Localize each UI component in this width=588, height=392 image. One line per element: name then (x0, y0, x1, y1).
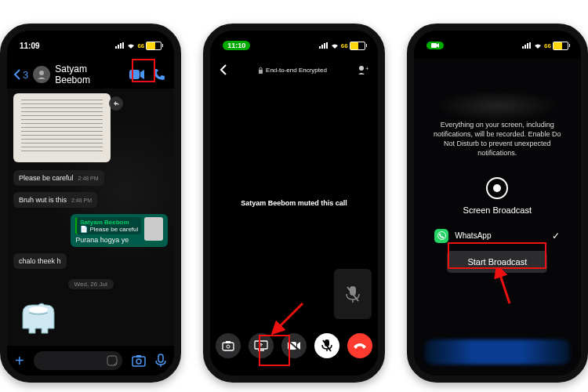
sticker-icon[interactable] (107, 355, 118, 366)
dynamic-island (474, 38, 521, 53)
plus-icon[interactable]: + (15, 352, 24, 370)
status-pill (426, 42, 444, 49)
screen-share-button[interactable] (249, 333, 274, 358)
svg-point-4 (39, 71, 44, 75)
phone-video-call: 11:10 66 End-to-end Encrypted + Satyam B… (203, 24, 384, 383)
svg-rect-9 (132, 357, 145, 366)
start-broadcast-button[interactable]: Start Broadcast (447, 251, 547, 273)
svg-rect-15 (324, 43, 325, 49)
status-time: 11:09 (20, 42, 40, 50)
add-person-icon[interactable]: + (358, 65, 368, 74)
svg-text:+: + (365, 65, 368, 72)
status-right: 66 (522, 42, 568, 50)
message-in[interactable]: chalo theek h (13, 253, 67, 269)
phone-broadcast: 66 Everything on your screen, including … (407, 24, 588, 383)
message-in[interactable]: Bruh wut is this2:48 PM (13, 192, 97, 208)
broadcast-notice: Everything on your screen, including not… (428, 120, 567, 158)
svg-rect-24 (226, 341, 230, 343)
back-count: 3 (23, 69, 28, 81)
self-view[interactable] (334, 269, 372, 319)
status-right: 66 (319, 42, 365, 50)
svg-rect-12 (158, 354, 163, 362)
bottom-glow (425, 339, 570, 365)
svg-point-7 (29, 307, 48, 313)
svg-rect-3 (122, 42, 124, 49)
date-separator: Wed, 26 Jul (7, 280, 174, 288)
chat-area[interactable]: Please be careful2:48 PM Bruh wut is thi… (7, 89, 174, 346)
svg-rect-16 (326, 42, 328, 49)
message-input[interactable] (34, 351, 123, 370)
battery-label: 66 (137, 42, 144, 49)
video-call-icon[interactable] (129, 66, 146, 83)
forward-icon[interactable] (109, 96, 123, 111)
check-icon: ✓ (552, 230, 560, 241)
video-off-button[interactable] (281, 333, 307, 358)
svg-rect-14 (321, 45, 323, 49)
message-in[interactable]: Please be careful2:48 PM (13, 170, 104, 186)
chat-input-bar: + (7, 346, 174, 376)
svg-point-37 (437, 232, 445, 240)
thumbnail (144, 217, 163, 241)
mute-button[interactable] (314, 333, 339, 358)
muted-label: Satyam Beebom muted this call (241, 199, 347, 207)
dynamic-island (67, 38, 114, 53)
contact-name[interactable]: Satyam Beebom (55, 64, 124, 85)
call-controls (210, 327, 377, 365)
whatsapp-icon (434, 229, 448, 243)
svg-rect-32 (431, 43, 437, 48)
svg-rect-36 (529, 42, 531, 49)
mic-muted-icon (345, 285, 361, 303)
svg-rect-11 (136, 355, 141, 358)
svg-rect-35 (527, 43, 528, 49)
voice-call-icon[interactable] (151, 66, 168, 83)
status-right: 66 (115, 42, 162, 50)
svg-rect-5 (129, 70, 140, 79)
back-button[interactable]: 3 (13, 69, 28, 81)
sticker[interactable] (15, 296, 62, 343)
svg-rect-2 (120, 43, 122, 49)
svg-rect-34 (524, 45, 526, 49)
chat-header: 3 Satyam Beebom (7, 60, 174, 89)
svg-rect-1 (118, 45, 119, 49)
dynamic-island (270, 38, 318, 53)
avatar[interactable] (33, 66, 50, 83)
svg-point-23 (227, 345, 230, 348)
phone-chat: 11:09 66 3 Satyam Beebom Please be caref… (0, 24, 181, 383)
status-pill: 11:10 (223, 41, 250, 50)
back-icon[interactable] (220, 64, 227, 75)
mic-icon[interactable] (155, 354, 166, 368)
app-selector[interactable]: WhatsApp ✓ (434, 229, 560, 243)
encryption-label: End-to-end Encrypted (258, 67, 327, 74)
app-name: WhatsApp (455, 231, 491, 240)
message-out[interactable]: Satyam Beebom📄 Please be carefulPurana h… (71, 214, 168, 247)
record-icon[interactable] (486, 177, 508, 199)
call-header: End-to-end Encrypted + (210, 60, 377, 79)
svg-rect-0 (115, 46, 117, 49)
broadcast-title: Screen Broadcast (463, 205, 532, 215)
end-call-button[interactable] (347, 333, 372, 358)
svg-point-10 (136, 359, 141, 364)
broadcast-panel: Everything on your screen, including not… (414, 59, 581, 376)
svg-point-18 (359, 66, 364, 71)
svg-rect-13 (319, 46, 321, 49)
svg-rect-17 (259, 70, 263, 74)
image-message[interactable] (13, 93, 111, 162)
flip-camera-button[interactable] (216, 333, 241, 358)
svg-rect-22 (223, 343, 234, 350)
camera-icon[interactable] (132, 354, 146, 367)
svg-rect-33 (522, 46, 524, 49)
